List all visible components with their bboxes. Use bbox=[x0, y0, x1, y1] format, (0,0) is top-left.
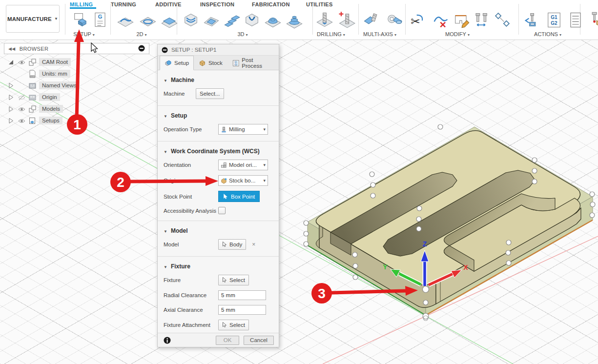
3d-steps-icon[interactable] bbox=[223, 10, 241, 30]
viewport-canvas[interactable]: Y X Z bbox=[0, 0, 598, 364]
setup-sheet-icon[interactable] bbox=[566, 10, 585, 30]
section-divider bbox=[158, 221, 279, 221]
browser-item-label[interactable]: CAM Root bbox=[39, 58, 71, 66]
browser-item-label[interactable]: Models bbox=[39, 105, 63, 113]
collapsed-triangle-icon[interactable] bbox=[7, 81, 15, 90]
section-wcs[interactable]: Work Coordinate System (WCS) bbox=[164, 148, 273, 155]
group-label-drilling[interactable]: DRILLING bbox=[317, 31, 345, 37]
model-body-button[interactable]: Body bbox=[218, 239, 246, 250]
swarf-icon[interactable] bbox=[362, 10, 381, 30]
3d-adaptive-icon[interactable] bbox=[182, 10, 200, 30]
browser-item-cam-root[interactable]: CAM Root bbox=[7, 57, 71, 67]
minimize-browser-icon[interactable] bbox=[138, 45, 145, 53]
collapsed-triangle-icon[interactable] bbox=[7, 93, 15, 101]
section-setup[interactable]: Setup bbox=[164, 112, 273, 119]
browser-item-label[interactable]: Origin bbox=[39, 93, 60, 101]
group-label-multiaxis[interactable]: MULTI-AXIS bbox=[363, 31, 396, 37]
svg-text:G1: G1 bbox=[551, 15, 557, 20]
accessibility-checkbox[interactable] bbox=[218, 207, 226, 214]
browser-item-origin[interactable]: Origin bbox=[7, 92, 60, 102]
tab-utilities[interactable]: UTILITIES bbox=[306, 1, 333, 7]
ncprogram-icon[interactable]: G bbox=[91, 10, 109, 30]
browser-header[interactable]: ◀◀ BROWSER bbox=[4, 43, 149, 54]
collapsed-triangle-icon[interactable] bbox=[7, 105, 15, 113]
dialog-tab-post-process[interactable]: G1G2 Post Process bbox=[227, 56, 279, 70]
2d-face-icon[interactable] bbox=[116, 10, 135, 30]
radial-clearance-input[interactable]: 5 mm bbox=[218, 290, 266, 300]
tab-turning[interactable]: TURNING bbox=[111, 1, 136, 7]
gcode-g1g2-icon[interactable]: G1 G2 bbox=[545, 10, 563, 30]
visibility-eye-off-icon[interactable] bbox=[18, 93, 26, 101]
tab-milling[interactable]: MILLING bbox=[70, 1, 93, 7]
visibility-eye-icon[interactable] bbox=[18, 105, 26, 113]
collapsed-triangle-icon[interactable] bbox=[7, 117, 15, 125]
collapse-panel-icon[interactable]: ◀◀ bbox=[8, 46, 16, 51]
section-machine[interactable]: Machine bbox=[164, 77, 273, 83]
stock-point-button[interactable]: Box Point bbox=[218, 191, 260, 202]
stock-box-points[interactable] bbox=[304, 124, 595, 321]
group-label-actions[interactable]: ACTIONS bbox=[534, 31, 561, 37]
cancel-button[interactable]: Cancel bbox=[244, 336, 274, 345]
trim-toolpath-icon[interactable]: ✂ bbox=[409, 10, 428, 30]
fixture-select-button[interactable]: Select bbox=[218, 275, 249, 285]
section-model[interactable]: Model bbox=[164, 227, 273, 234]
3d-flat-icon[interactable] bbox=[202, 10, 221, 30]
browser-item-setups[interactable]: Setups bbox=[7, 115, 62, 126]
new-setup-icon[interactable] bbox=[71, 10, 90, 30]
3d-morph-icon[interactable] bbox=[285, 10, 304, 30]
tool-compare-icon[interactable] bbox=[472, 10, 490, 30]
delete-toolpath-icon[interactable]: ✕ bbox=[432, 10, 450, 30]
expanded-triangle-icon[interactable] bbox=[7, 58, 15, 66]
group-label-3d[interactable]: 3D bbox=[237, 31, 247, 37]
browser-item-named-views[interactable]: Named Views bbox=[7, 80, 80, 91]
edit-pocket-icon[interactable] bbox=[452, 10, 471, 30]
dialog-tab-stock[interactable]: Stock bbox=[194, 56, 227, 70]
2d-chamfer-icon[interactable] bbox=[160, 10, 179, 30]
part-model[interactable] bbox=[316, 131, 581, 308]
dialog-header[interactable]: SETUP : SETUP1 bbox=[158, 44, 279, 56]
wcs-triad[interactable]: Y X Z bbox=[383, 240, 468, 286]
info-icon[interactable] bbox=[164, 337, 171, 344]
svg-text:G: G bbox=[98, 14, 103, 20]
operation-type-dropdown[interactable]: Milling bbox=[218, 124, 268, 135]
probe-icon[interactable] bbox=[587, 10, 598, 30]
origin-dropdown[interactable]: Stock bo... bbox=[218, 175, 268, 186]
origin-label: Origin bbox=[164, 178, 218, 183]
axis-label-y: Y bbox=[383, 263, 388, 271]
browser-item-units[interactable]: Units: mm bbox=[28, 68, 70, 79]
visibility-eye-icon[interactable] bbox=[18, 58, 26, 66]
tab-fabrication[interactable]: FABRICATION bbox=[252, 1, 290, 7]
section-fixture[interactable]: Fixture bbox=[164, 263, 273, 270]
browser-item-models[interactable]: Models bbox=[7, 103, 63, 114]
workspace-switcher-button[interactable]: MANUFACTURE▼ bbox=[6, 5, 60, 33]
ok-button[interactable]: OK bbox=[216, 336, 239, 345]
dialog-tab-setup[interactable]: Setup bbox=[160, 56, 194, 70]
link-points-icon[interactable] bbox=[493, 10, 512, 30]
stock-cube-icon bbox=[199, 60, 206, 67]
orientation-dropdown[interactable]: Model ori... bbox=[218, 160, 268, 170]
minimize-dialog-icon[interactable] bbox=[162, 47, 168, 53]
cursor-icon bbox=[222, 242, 227, 247]
fixture-attachment-select-button[interactable]: Select bbox=[218, 320, 249, 330]
post-process-icon[interactable] bbox=[522, 10, 541, 30]
operation-type-value: Milling bbox=[229, 126, 245, 132]
browser-item-label[interactable]: Named Views bbox=[39, 81, 80, 89]
axial-clearance-input[interactable]: 5 mm bbox=[218, 305, 266, 315]
browser-item-label[interactable]: Setups bbox=[39, 117, 62, 124]
rotary-icon[interactable] bbox=[385, 10, 403, 30]
machine-select-button[interactable]: Select... bbox=[196, 88, 224, 99]
remove-model-icon[interactable]: × bbox=[252, 241, 255, 248]
group-label-setup[interactable]: SETUP bbox=[73, 31, 95, 37]
tab-inspection[interactable]: INSPECTION bbox=[200, 1, 234, 7]
tab-additive[interactable]: ADDITIVE bbox=[155, 1, 182, 7]
drill-icon[interactable] bbox=[315, 10, 334, 30]
3d-pocket-icon[interactable] bbox=[243, 10, 261, 30]
browser-item-label[interactable]: Units: mm bbox=[39, 70, 70, 78]
3d-dome-icon[interactable] bbox=[264, 10, 282, 30]
2d-pocket-icon[interactable] bbox=[139, 10, 157, 30]
stock-box[interactable] bbox=[308, 127, 593, 315]
group-label-2d[interactable]: 2D bbox=[136, 31, 146, 37]
drill-add-icon[interactable] bbox=[337, 10, 355, 30]
visibility-eye-icon[interactable] bbox=[18, 117, 26, 125]
group-label-modify[interactable]: MODIFY bbox=[445, 31, 470, 37]
